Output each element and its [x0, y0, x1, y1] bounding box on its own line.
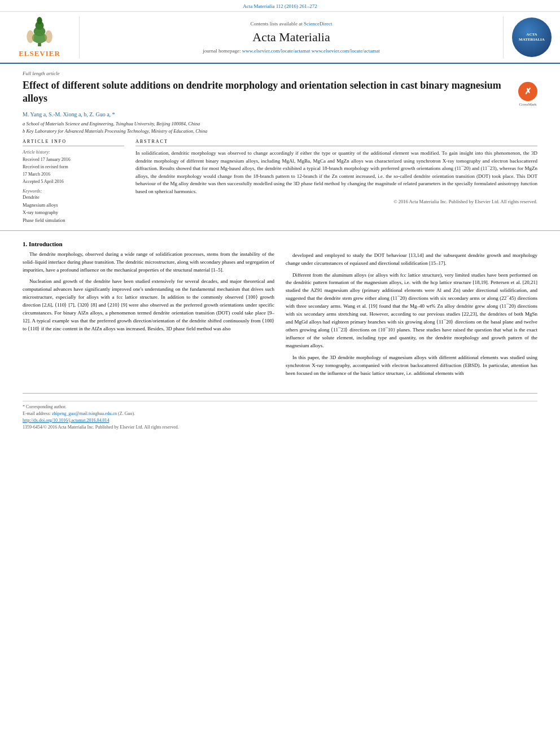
email-label: E-mail address:: [23, 411, 51, 416]
elsevier-tree-icon: [20, 16, 59, 47]
right-column: developed and employed to study the DOT …: [286, 239, 537, 382]
accepted-value: Accepted 5 April 2016: [23, 179, 124, 184]
email-link[interactable]: zhipeng_guo@mail.tsinghua.edu.cn: [52, 411, 117, 416]
citation-text: Acta Materialia 112 (2016) 261–272: [243, 3, 317, 9]
section1-para3: Different from the aluminum alloys (or a…: [286, 272, 537, 350]
elsevier-logo: ELSEVIER: [19, 16, 60, 58]
journal-logo-text: ACTAMATERIALIA: [519, 32, 545, 42]
svg-point-6: [45, 30, 52, 43]
journal-header: ELSEVIER Contents lists available at Sci…: [0, 12, 560, 64]
received-value: Received 17 January 2016: [23, 157, 124, 162]
sciencedirect-link[interactable]: ScienceDirect: [304, 21, 332, 27]
journal-logo-section: ACTAMATERIALIA: [504, 16, 560, 58]
authors-text: M. Yang a, S.-M. Xiong a, b, Z. Guo a, *: [23, 111, 115, 117]
journal-homepage-line: journal homepage: www.elsevier.com/locat…: [203, 48, 379, 54]
keywords-label: Keywords:: [23, 189, 124, 194]
svg-point-4: [37, 17, 42, 24]
main-content: 1. Introduction The dendrite morphology,…: [0, 231, 560, 387]
homepage-link[interactable]: www.elsevier.com/locate/actamat: [242, 48, 310, 54]
revised-date: 17 March 2016: [23, 172, 124, 177]
journal-logo: ACTAMATERIALIA: [512, 18, 552, 57]
citation-bar: Acta Materialia 112 (2016) 261–272: [0, 0, 560, 12]
left-column: 1. Introduction The dendrite morphology,…: [23, 239, 274, 382]
keyword-3: Phase field simulation: [23, 217, 124, 225]
section1-number: 1.: [23, 241, 27, 247]
corresponding-label: * Corresponding author.: [23, 404, 67, 409]
journal-info-center: Contents lists available at ScienceDirec…: [79, 16, 504, 58]
email-person: (Z. Guo).: [118, 411, 135, 416]
article-info-col: ARTICLE INFO Article history: Received 1…: [23, 139, 124, 224]
history-label: Article history:: [23, 150, 124, 155]
revised-date-row: 17 March 2016: [23, 172, 124, 177]
article-header-section: Full length article Effect of different …: [0, 64, 560, 231]
svg-point-5: [27, 30, 34, 43]
article-info-header: ARTICLE INFO: [23, 139, 124, 146]
info-abstract-row: ARTICLE INFO Article history: Received 1…: [23, 139, 537, 230]
affiliations: a School of Materials Science and Engine…: [23, 120, 537, 135]
affiliation-b: b Key Laboratory for Advanced Materials …: [23, 128, 537, 135]
issn-note: 1359-6454/© 2016 Acta Materialia Inc. Pu…: [23, 425, 537, 430]
keyword-0: Dendrite: [23, 194, 124, 202]
homepage-label: journal homepage:: [203, 48, 240, 54]
doi-note: http://dx.doi.org/10.1016/j.actamat.2016…: [23, 418, 537, 423]
abstract-copyright: © 2016 Acta Materialia Inc. Published by…: [135, 199, 537, 204]
doi-link[interactable]: http://dx.doi.org/10.1016/j.actamat.2016…: [23, 418, 109, 423]
elsevier-brand-text: ELSEVIER: [19, 49, 60, 58]
abstract-text: In solidification, dendritic morphology …: [135, 150, 537, 195]
revised-label-row: Received in revised form: [23, 164, 124, 169]
section1-title-text: Introduction: [29, 241, 63, 247]
article-title-wrapper: Effect of different solute additions on …: [23, 79, 537, 106]
abstract-header: ABSTRACT: [135, 139, 537, 146]
keywords-section: Keywords: Dendrite Magnesium alloys X-ra…: [23, 189, 124, 224]
history-label-row: Article history:: [23, 150, 124, 155]
email-note: E-mail address: zhipeng_guo@mail.tsinghu…: [23, 411, 537, 416]
section1-para2: developed and employed to study the DOT …: [286, 252, 537, 268]
crossmark-badge[interactable]: ✗ CrossMark: [518, 82, 537, 107]
article-type-label: Full length article: [23, 71, 537, 76]
article-title: Effect of different solute additions on …: [23, 79, 537, 106]
crossmark-label: CrossMark: [518, 102, 537, 107]
accepted-row: Accepted 5 April 2016: [23, 179, 124, 184]
keyword-1: Magnesium alloys: [23, 202, 124, 209]
footer-divider: [23, 401, 537, 401]
elsevier-logo-section: ELSEVIER: [0, 16, 79, 58]
section1-para1: Nucleation and growth of the dendrite ha…: [23, 278, 274, 333]
revised-label: Received in revised form: [23, 164, 124, 169]
contents-label: Contents lists available at: [251, 21, 303, 27]
journal-title: Acta Materialia: [252, 30, 330, 45]
homepage-url-text: www.elsevier.com/locate/actamat: [312, 48, 380, 54]
section1-para4: In this paper, the 3D dendrite morpholog…: [286, 354, 537, 378]
section1-para0: The dendrite morphology, observed during…: [23, 251, 274, 274]
keyword-2: X-ray tomography: [23, 209, 124, 217]
affiliation-a: a School of Materials Science and Engine…: [23, 120, 537, 128]
corresponding-note: * Corresponding author.: [23, 404, 537, 409]
sciencedirect-line: Contents lists available at ScienceDirec…: [251, 21, 333, 27]
authors-line: M. Yang a, S.-M. Xiong a, b, Z. Guo a, *: [23, 111, 537, 117]
abstract-col: ABSTRACT In solidification, dendritic mo…: [135, 139, 537, 224]
crossmark-icon: ✗: [518, 82, 537, 101]
received-row: Received 17 January 2016: [23, 157, 124, 162]
footer-section: * Corresponding author. E-mail address: …: [23, 393, 537, 436]
issn-text: 1359-6454/© 2016 Acta Materialia Inc. Pu…: [23, 425, 179, 430]
section1-title: 1. Introduction: [23, 241, 274, 247]
